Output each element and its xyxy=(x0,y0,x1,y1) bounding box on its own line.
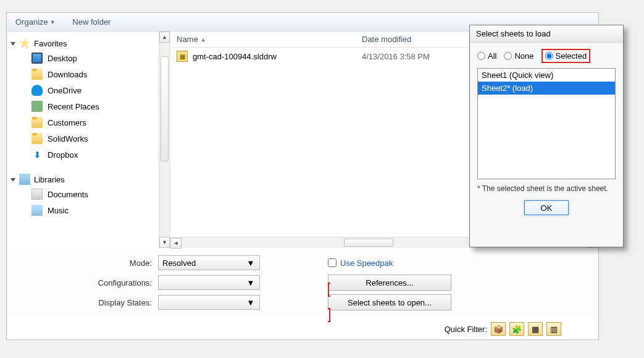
scroll-thumb[interactable] xyxy=(161,56,169,161)
new-folder-button[interactable]: New folder xyxy=(69,13,114,32)
speedpak-label: Use Speedpak xyxy=(340,258,393,268)
display-states-label: Display States: xyxy=(44,298,158,307)
dialog-title: Select sheets to load xyxy=(470,25,623,43)
radio-none-input[interactable] xyxy=(504,52,512,60)
use-speedpak-checkbox[interactable]: Use Speedpak xyxy=(328,258,393,268)
column-date-modified[interactable]: Date modified xyxy=(356,35,467,44)
desktop-icon xyxy=(31,53,43,64)
star-icon xyxy=(19,38,30,49)
nav-item-downloads[interactable]: Downloads xyxy=(7,66,170,82)
onedrive-icon xyxy=(31,85,43,96)
nav-item-onedrive[interactable]: OneDrive xyxy=(7,82,170,98)
sheet-list[interactable]: Sheet1 (Quick view) Sheet2* (load) xyxy=(477,68,616,179)
select-sheets-label: Select sheets to open... xyxy=(348,298,432,307)
recent-places-icon xyxy=(31,101,43,112)
nav-item-music[interactable]: Music xyxy=(7,202,170,218)
nav-item-label: Desktop xyxy=(48,54,77,63)
column-name-label: Name xyxy=(177,35,198,44)
scroll-left-button[interactable]: ◄ xyxy=(170,238,182,249)
display-states-dropdown[interactable]: ▼ xyxy=(158,295,260,310)
new-folder-label: New folder xyxy=(72,13,111,32)
hscroll-thumb[interactable] xyxy=(344,239,393,247)
scroll-down-button[interactable]: ▼ xyxy=(159,237,170,248)
sheet-item[interactable]: Sheet1 (Quick view) xyxy=(478,69,615,82)
radio-all-input[interactable] xyxy=(477,52,485,60)
radio-all-label: All xyxy=(488,51,496,61)
libraries-header[interactable]: Libraries xyxy=(7,173,170,186)
nav-item-recent-places[interactable]: Recent Places xyxy=(7,98,170,114)
favorites-label: Favorites xyxy=(34,39,67,48)
radio-selected-highlight: Selected xyxy=(542,49,591,63)
scroll-up-button[interactable]: ▲ xyxy=(159,32,170,43)
slddrw-icon: ▦ xyxy=(177,51,188,62)
file-name: gmt-cad-100944.slddrw xyxy=(193,52,277,61)
folder-icon xyxy=(31,133,43,144)
nav-scrollbar[interactable]: ▲ ▼ xyxy=(159,32,170,248)
sheet-item[interactable]: Sheet2* (load) xyxy=(478,82,615,95)
filter-assemblies-button[interactable]: 🧩 xyxy=(509,322,524,336)
filter-drawings-button[interactable]: ▦ xyxy=(528,322,543,336)
column-date-label: Date modified xyxy=(362,35,411,44)
ok-button[interactable]: OK xyxy=(524,200,569,215)
open-options: Mode: Resolved ▼ Use Speedpak Configurat… xyxy=(7,248,598,317)
sort-asc-icon: ▲ xyxy=(201,36,206,43)
nav-item-label: Documents xyxy=(48,190,88,199)
radio-all[interactable]: All xyxy=(477,51,496,61)
dropbox-icon: ⬇ xyxy=(31,149,43,160)
chevron-down-icon: ▼ xyxy=(246,256,256,270)
nav-item-label: Customers xyxy=(48,118,86,127)
column-name[interactable]: Name ▲ xyxy=(170,35,356,44)
configurations-label: Configurations: xyxy=(44,278,158,288)
quick-filter: Quick Filter: 📦 🧩 ▦ ▥ xyxy=(445,322,561,336)
chevron-down-icon: ▼ xyxy=(246,276,256,289)
nav-item-label: Dropbox xyxy=(48,150,78,160)
nav-item-label: Downloads xyxy=(48,70,87,79)
radio-selected[interactable]: Selected xyxy=(545,51,587,61)
chevron-down-icon: ▼ xyxy=(246,296,256,309)
speedpak-check-input[interactable] xyxy=(328,258,337,267)
radio-none-label: None xyxy=(514,51,533,61)
nav-item-solidworks[interactable]: SolidWorks xyxy=(7,130,170,147)
organize-button[interactable]: Organize ▼ xyxy=(12,13,59,32)
nav-pane: Favorites Desktop Downloads OneDrive Rec… xyxy=(7,32,170,248)
expand-collapse-icon xyxy=(10,178,15,182)
file-date: 4/13/2016 3:58 PM xyxy=(356,52,467,61)
nav-item-dropbox[interactable]: ⬇ Dropbox xyxy=(7,147,170,163)
select-sheets-dialog: Select sheets to load All None Selected … xyxy=(469,25,624,247)
active-sheet-footnote: * The selected sheet is the active sheet… xyxy=(477,184,616,193)
documents-icon xyxy=(31,189,43,200)
nav-item-label: Music xyxy=(48,206,69,215)
configurations-dropdown[interactable]: ▼ xyxy=(158,275,260,290)
mode-label: Mode: xyxy=(44,258,158,268)
filter-parts-button[interactable]: 📦 xyxy=(491,322,506,336)
radio-selected-input[interactable] xyxy=(545,52,553,60)
mode-value: Resolved xyxy=(162,258,196,268)
folder-icon xyxy=(31,117,43,128)
radio-selected-label: Selected xyxy=(556,51,587,61)
music-icon xyxy=(31,205,43,216)
sheet-mode-radios: All None Selected xyxy=(477,49,616,63)
quick-filter-label: Quick Filter: xyxy=(445,325,487,334)
nav-item-label: Recent Places xyxy=(48,102,99,111)
favorites-header[interactable]: Favorites xyxy=(7,36,170,50)
select-sheets-highlight: Select sheets to open... xyxy=(328,283,451,322)
libraries-icon xyxy=(19,174,30,185)
ok-label: OK xyxy=(541,203,553,213)
organize-label: Organize xyxy=(15,13,48,32)
nav-item-label: OneDrive xyxy=(48,86,82,95)
mode-dropdown[interactable]: Resolved ▼ xyxy=(158,255,260,270)
nav-item-desktop[interactable]: Desktop xyxy=(7,50,170,66)
nav-item-documents[interactable]: Documents xyxy=(7,186,170,202)
chevron-down-icon: ▼ xyxy=(50,13,56,32)
nav-item-label: SolidWorks xyxy=(48,134,88,143)
radio-none[interactable]: None xyxy=(504,51,533,61)
filter-all-button[interactable]: ▥ xyxy=(546,322,561,336)
folder-icon xyxy=(31,69,43,80)
nav-item-customers[interactable]: Customers xyxy=(7,114,170,130)
libraries-label: Libraries xyxy=(34,175,65,184)
select-sheets-to-open-button[interactable]: Select sheets to open... xyxy=(328,294,451,310)
expand-collapse-icon xyxy=(10,42,15,46)
